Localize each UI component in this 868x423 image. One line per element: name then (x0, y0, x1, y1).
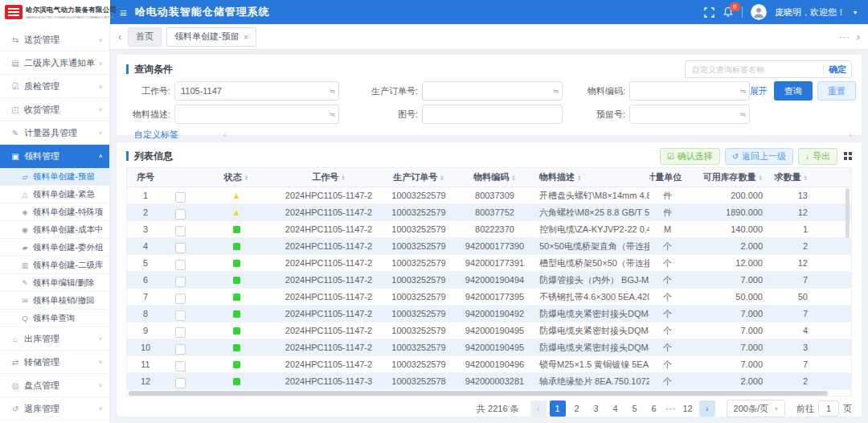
table-row[interactable]: 42024HPC1105-1147-2100032525799420001773… (127, 238, 851, 255)
table-row[interactable]: 32024HPC1105-1147-21000325257980222370控制… (127, 221, 851, 238)
sort-caret-icon[interactable]: ▲▼ (804, 175, 808, 181)
sort-caret-icon[interactable]: ▲▼ (511, 175, 515, 181)
sort-caret-icon[interactable]: ▲▼ (759, 175, 763, 181)
table-row[interactable]: 52024HPC1105-1147-2100032525799420001773… (127, 255, 851, 272)
tab-0[interactable]: 首页 (128, 27, 162, 47)
table-row[interactable]: 122024HPC1105-1147-310003252578942000003… (127, 373, 851, 390)
sort-caret-icon[interactable]: ▲▼ (244, 175, 248, 181)
table-row[interactable]: 1▲2024HPC1105-1147-21000325257980037309开… (127, 187, 851, 204)
row-checkbox[interactable] (175, 294, 186, 304)
fullscreen-icon[interactable] (704, 7, 714, 18)
pagination-page-4[interactable]: 4 (608, 400, 624, 417)
sidebar-item-create-special[interactable]: ◈领料单创建-特殊项目 (0, 203, 109, 221)
horizontal-scrollbar[interactable] (129, 391, 850, 396)
table-row[interactable]: 62024HPC1105-1147-2100032525799420001904… (127, 272, 851, 289)
column-header-3[interactable]: 工作号▲▼ (276, 171, 381, 183)
row-checkbox[interactable] (175, 344, 186, 355)
row-checkbox[interactable] (175, 209, 186, 220)
sidebar-item-outbound[interactable]: ⌂出库管理∨ (0, 327, 109, 351)
column-settings-icon[interactable] (844, 152, 852, 160)
tabs-scroll-left-icon[interactable]: ‹ (118, 31, 121, 43)
custom-tag-link[interactable]: 自定义标签 (134, 129, 178, 141)
sort-caret-icon[interactable]: ▲▼ (577, 175, 581, 181)
sidebar-item-measuring[interactable]: ✎计量器具管理∨ (0, 121, 109, 145)
row-checkbox[interactable] (175, 378, 186, 388)
filter-mode-icon[interactable]: ≒ (739, 87, 746, 95)
sidebar-item-transfer[interactable]: ⇄转储管理∨ (0, 351, 109, 374)
sort-caret-icon[interactable]: ▲▼ (341, 175, 345, 181)
row-checkbox[interactable] (175, 310, 186, 321)
row-checkbox[interactable] (175, 192, 186, 203)
row-checkbox[interactable] (175, 260, 186, 270)
sidebar-item-return[interactable]: ↺退库管理∨ (0, 397, 109, 421)
sidebar-item-quality[interactable]: ☑质检管理∨ (0, 75, 109, 98)
column-header-9[interactable]: 需求数量▲▼ (774, 171, 830, 183)
sidebar-item-stocktake[interactable]: ◎盘点管理∨ (0, 374, 109, 397)
table-row[interactable]: 2▲2024HPC1105-1147-21000325257980037752六… (127, 204, 851, 221)
sidebar-item-inbound-notice[interactable]: ▤二级库入库通知单∨ (0, 51, 109, 75)
pagination-next-button[interactable]: › (699, 400, 715, 417)
column-header-6[interactable]: 物料描述▲▼ (533, 171, 649, 183)
table-row[interactable]: 112024HPC1105-1147-210003252579942000190… (127, 356, 851, 373)
export-button[interactable]: ↓导出 (798, 148, 837, 165)
sidebar-item-create-cost-center[interactable]: ◉领料单创建-成本中心 (0, 221, 109, 239)
filter-mode-icon[interactable]: ≒ (552, 87, 559, 95)
confirm-select-button[interactable]: ☑确认选择 (660, 148, 720, 165)
pagination-page-6[interactable]: 6 (646, 400, 662, 417)
custom-tag-input[interactable] (690, 64, 818, 75)
table-row[interactable]: 72024HPC1105-1147-2100032525799420001773… (127, 289, 851, 306)
filter-mode-icon[interactable]: ≒ (329, 110, 335, 118)
expand-link[interactable]: 展开 (750, 85, 768, 97)
filter-mode-icon[interactable]: ≒ (329, 87, 335, 95)
user-avatar[interactable] (751, 4, 767, 20)
column-header-5[interactable]: 物料编码▲▼ (457, 171, 533, 183)
user-menu-caret-icon[interactable]: ▾ (854, 9, 857, 16)
row-checkbox[interactable] (175, 277, 186, 287)
sidebar-item-receiving[interactable]: ◰收货管理∨ (0, 98, 109, 121)
tags-scroll-left-icon[interactable]: ‹ (223, 129, 227, 139)
vertical-scrollbar[interactable] (845, 188, 850, 238)
page-size-select[interactable]: 200条/页▾ (727, 400, 785, 417)
table-row[interactable]: 92024HPC1105-1147-2100032525799420001904… (127, 322, 851, 339)
tab-1[interactable]: 领料单创建-预留× (166, 27, 256, 47)
sidebar-item-delivery[interactable]: ⇆送货管理∨ (0, 28, 109, 51)
pagination-ellipsis[interactable]: ··· (665, 404, 677, 413)
column-header-2[interactable]: 状态▲▼ (196, 171, 276, 183)
sidebar-item-picking[interactable]: ▣领料管理∧ (0, 145, 109, 168)
filter-mode-icon[interactable]: ≒ (739, 110, 746, 118)
sidebar-item-create-secondary[interactable]: ▥领料单创建-二级库 (0, 257, 109, 274)
pagination-page-2[interactable]: 2 (569, 400, 585, 417)
reset-button[interactable]: 重置 (817, 81, 856, 101)
row-checkbox[interactable] (175, 243, 186, 253)
production-order-input[interactable] (423, 82, 562, 100)
material-desc-input[interactable] (175, 105, 338, 123)
reserve-no-input[interactable] (630, 105, 749, 123)
sidebar-item-create-reserve[interactable]: ▱领料单创建-预留 (0, 168, 109, 186)
sort-caret-icon[interactable]: ▲▼ (440, 175, 444, 181)
work-no-input[interactable] (175, 82, 338, 100)
tab-close-icon[interactable]: × (244, 32, 248, 42)
row-checkbox[interactable] (175, 226, 186, 236)
row-checkbox[interactable] (175, 361, 186, 372)
tabs-more-icon[interactable]: ··· (839, 32, 850, 42)
column-header-7[interactable]: 计量单位▲▼ (649, 171, 686, 183)
tabs-scroll-right-icon[interactable]: › (857, 31, 860, 43)
search-button[interactable]: 查询 (774, 81, 813, 101)
menu-collapse-icon[interactable]: ≡ (120, 6, 127, 18)
pagination-page-12[interactable]: 12 (680, 400, 696, 417)
sidebar-item-create-urgent[interactable]: △领料单创建-紧急 (0, 186, 109, 203)
pagination-page-1[interactable]: 1 (550, 400, 566, 417)
tag-confirm-button[interactable]: 确定 (829, 64, 846, 76)
pagination-prev-button[interactable]: ‹ (530, 400, 547, 417)
column-header-4[interactable]: 生产订单号▲▼ (381, 171, 457, 183)
table-row[interactable]: 82024HPC1105-1147-2100032525799420001904… (127, 306, 851, 322)
sidebar-item-create-outsource[interactable]: ▰领料单创建-委外组件 (0, 239, 109, 257)
sidebar-item-writeoff[interactable]: ✉领料单核销/撤回 (0, 292, 109, 310)
notification-bell-icon[interactable]: 0 (723, 6, 734, 18)
sidebar-item-edit-delete[interactable]: ✎领料单编辑/删除 (0, 274, 109, 292)
pagination-page-3[interactable]: 3 (588, 400, 604, 417)
jump-page-input[interactable] (818, 400, 839, 417)
back-up-level-button[interactable]: ↺返回上一级 (725, 148, 793, 165)
column-header-8[interactable]: 可用库存数量▲▼ (686, 171, 774, 183)
row-checkbox[interactable] (175, 327, 186, 338)
